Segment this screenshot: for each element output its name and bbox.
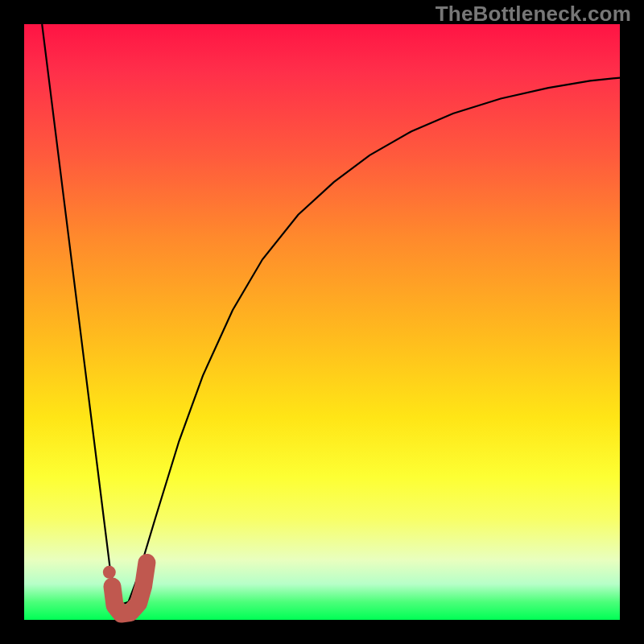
optimum-dot: [103, 566, 116, 579]
chart-svg: [24, 24, 620, 620]
optimum-hook: [113, 563, 147, 614]
plot-area: [24, 24, 620, 620]
chart-frame: TheBottleneck.com: [0, 0, 644, 644]
bottleneck-curve: [42, 24, 620, 605]
watermark-text: TheBottleneck.com: [436, 2, 631, 27]
